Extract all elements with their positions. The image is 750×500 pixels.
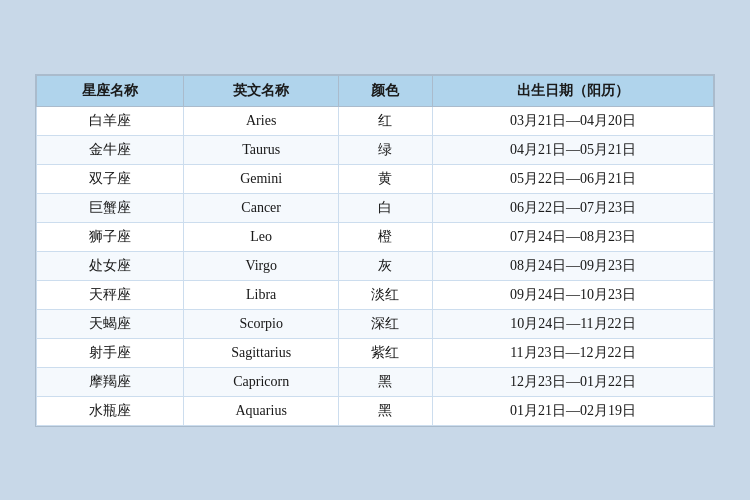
- cell-dates: 01月21日—02月19日: [432, 396, 713, 425]
- cell-color: 深红: [339, 309, 433, 338]
- cell-chinese: 白羊座: [37, 106, 184, 135]
- cell-dates: 05月22日—06月21日: [432, 164, 713, 193]
- cell-english: Taurus: [184, 135, 339, 164]
- table-row: 金牛座Taurus绿04月21日—05月21日: [37, 135, 714, 164]
- cell-chinese: 双子座: [37, 164, 184, 193]
- cell-dates: 07月24日—08月23日: [432, 222, 713, 251]
- cell-english: Virgo: [184, 251, 339, 280]
- cell-english: Aquarius: [184, 396, 339, 425]
- cell-dates: 09月24日—10月23日: [432, 280, 713, 309]
- table-row: 巨蟹座Cancer白06月22日—07月23日: [37, 193, 714, 222]
- cell-chinese: 巨蟹座: [37, 193, 184, 222]
- cell-english: Leo: [184, 222, 339, 251]
- cell-english: Gemini: [184, 164, 339, 193]
- cell-dates: 04月21日—05月21日: [432, 135, 713, 164]
- cell-color: 黄: [339, 164, 433, 193]
- cell-chinese: 金牛座: [37, 135, 184, 164]
- table-row: 处女座Virgo灰08月24日—09月23日: [37, 251, 714, 280]
- cell-color: 淡红: [339, 280, 433, 309]
- cell-chinese: 水瓶座: [37, 396, 184, 425]
- table-body: 白羊座Aries红03月21日—04月20日金牛座Taurus绿04月21日—0…: [37, 106, 714, 425]
- col-header-english: 英文名称: [184, 75, 339, 106]
- table-header-row: 星座名称 英文名称 颜色 出生日期（阳历）: [37, 75, 714, 106]
- cell-chinese: 天秤座: [37, 280, 184, 309]
- cell-color: 橙: [339, 222, 433, 251]
- zodiac-table-wrapper: 星座名称 英文名称 颜色 出生日期（阳历） 白羊座Aries红03月21日—04…: [35, 74, 715, 427]
- table-row: 天秤座Libra淡红09月24日—10月23日: [37, 280, 714, 309]
- cell-chinese: 狮子座: [37, 222, 184, 251]
- table-row: 天蝎座Scorpio深红10月24日—11月22日: [37, 309, 714, 338]
- cell-dates: 06月22日—07月23日: [432, 193, 713, 222]
- cell-chinese: 摩羯座: [37, 367, 184, 396]
- cell-dates: 03月21日—04月20日: [432, 106, 713, 135]
- cell-color: 红: [339, 106, 433, 135]
- table-row: 水瓶座Aquarius黑01月21日—02月19日: [37, 396, 714, 425]
- cell-english: Aries: [184, 106, 339, 135]
- col-header-color: 颜色: [339, 75, 433, 106]
- col-header-chinese: 星座名称: [37, 75, 184, 106]
- cell-english: Capricorn: [184, 367, 339, 396]
- col-header-dates: 出生日期（阳历）: [432, 75, 713, 106]
- cell-english: Scorpio: [184, 309, 339, 338]
- cell-color: 黑: [339, 396, 433, 425]
- zodiac-table: 星座名称 英文名称 颜色 出生日期（阳历） 白羊座Aries红03月21日—04…: [36, 75, 714, 426]
- cell-english: Sagittarius: [184, 338, 339, 367]
- table-row: 双子座Gemini黄05月22日—06月21日: [37, 164, 714, 193]
- table-row: 摩羯座Capricorn黑12月23日—01月22日: [37, 367, 714, 396]
- cell-color: 紫红: [339, 338, 433, 367]
- cell-dates: 11月23日—12月22日: [432, 338, 713, 367]
- cell-dates: 10月24日—11月22日: [432, 309, 713, 338]
- table-row: 射手座Sagittarius紫红11月23日—12月22日: [37, 338, 714, 367]
- cell-chinese: 天蝎座: [37, 309, 184, 338]
- table-row: 白羊座Aries红03月21日—04月20日: [37, 106, 714, 135]
- cell-chinese: 射手座: [37, 338, 184, 367]
- cell-english: Libra: [184, 280, 339, 309]
- table-row: 狮子座Leo橙07月24日—08月23日: [37, 222, 714, 251]
- cell-color: 白: [339, 193, 433, 222]
- cell-dates: 08月24日—09月23日: [432, 251, 713, 280]
- cell-english: Cancer: [184, 193, 339, 222]
- cell-color: 绿: [339, 135, 433, 164]
- cell-dates: 12月23日—01月22日: [432, 367, 713, 396]
- cell-color: 黑: [339, 367, 433, 396]
- cell-color: 灰: [339, 251, 433, 280]
- cell-chinese: 处女座: [37, 251, 184, 280]
